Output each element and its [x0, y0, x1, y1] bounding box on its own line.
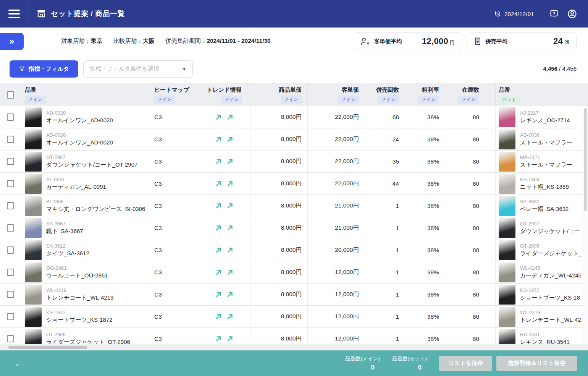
stock-count-cell: 80 [443, 195, 495, 217]
cross-sell-count-cell: 1 [363, 195, 403, 217]
row-checkbox[interactable] [7, 313, 14, 320]
trend-up-arrow-icon [215, 113, 222, 121]
filter-condition-dropdown[interactable]: 指標・フィルタ条件を選択 ▼ [83, 60, 193, 78]
product-thumbnail [25, 107, 42, 127]
trend-cell [198, 151, 250, 172]
vertical-scrollbar-thumb[interactable] [584, 108, 587, 211]
stock-count-cell: 80 [443, 328, 495, 344]
row-checkbox[interactable] [7, 291, 14, 298]
unit-price-cell: 8,000円 [250, 261, 307, 283]
column-header-margin: 粗利率メイン [403, 83, 443, 106]
product-name: オールインワン_AD-0020 [46, 139, 113, 146]
heatmap-cell: C3 [151, 195, 198, 217]
cross-sell-count-cell: 1 [363, 306, 403, 327]
horizontal-scrollbar-thumb[interactable] [8, 346, 87, 349]
customer-price-cell: 20,000円 [307, 239, 363, 261]
trend-up-arrow-icon [215, 291, 222, 298]
expand-panel-button[interactable]: » [0, 33, 24, 50]
product-code: OO-2861 [46, 265, 108, 271]
product-thumbnail [25, 218, 42, 238]
product-thumbnail [25, 285, 42, 305]
select-all-checkbox[interactable] [7, 91, 14, 99]
table-row: SA-3667靴下_SA-3667C38,000円21,000円138%80OT… [0, 217, 588, 239]
product-main-cell: AD-0020オールインワン_AD-0020 [21, 128, 151, 150]
gross-margin-cell: 38% [403, 306, 443, 327]
cross-sell-count-cell: 1 [363, 261, 403, 283]
trend-up-arrow-icon [215, 335, 222, 343]
cross-sell-count-cell: 1 [363, 328, 403, 344]
subheader-bar: » 対象店舗：東京 比較店舗：大阪 併売集計期間：2024/11/01 - 20… [0, 28, 588, 55]
product-code: OT-2907 [520, 221, 581, 227]
column-header-set: 品番セット [495, 83, 588, 106]
stock-count-cell: 80 [443, 173, 495, 194]
save-list-button[interactable]: リストを保存 [439, 356, 492, 371]
row-checkbox[interactable] [7, 180, 14, 187]
row-checkbox[interactable] [7, 136, 14, 143]
trend-cell [198, 128, 250, 150]
row-checkbox[interactable] [7, 224, 14, 232]
table-body: AD-0020オールインワン_AD-0020C38,000円22,000円683… [0, 106, 588, 344]
product-thumbnail [25, 263, 42, 282]
product-name: ショートブーツ_KS-1872 [520, 294, 581, 301]
product-name: ダウンジャケット/コート_OT-2907 [520, 228, 581, 235]
trend-up-arrow-icon [226, 158, 234, 165]
row-checkbox[interactable] [7, 113, 14, 121]
help-button[interactable]: ? [549, 9, 559, 18]
cross-sell-count-cell: 24 [363, 128, 403, 150]
table-row: OT-2906ライダーズジャケット_OT-2906C38,000円12,000円… [0, 328, 588, 344]
row-checkbox[interactable] [7, 335, 14, 342]
trend-cell [198, 284, 250, 305]
heatmap-cell: C3 [151, 173, 198, 194]
product-set-cell: KS-1869ニット帽_KS-1869 [495, 173, 588, 194]
cross-sell-count-cell: 1 [363, 217, 403, 239]
column-label: 品番 [499, 86, 588, 94]
table-row: AD-0020オールインワン_AD-0020C38,000円22,000円683… [0, 106, 588, 128]
filter-button[interactable]: 指標・フィルタ [10, 60, 78, 78]
cross-sell-count-cell: 68 [363, 106, 403, 128]
row-checkbox[interactable] [7, 202, 14, 209]
row-checkbox[interactable] [7, 158, 14, 165]
product-thumbnail [499, 329, 515, 345]
row-checkbox-cell [0, 106, 21, 128]
select-all-cell [0, 83, 21, 106]
column-label: 在庫数 [462, 86, 479, 94]
product-thumbnail [25, 174, 42, 194]
product-name: レギンス_OC-2714 [520, 117, 570, 124]
account-button[interactable] [567, 9, 577, 19]
product-set-cell: RU-3541レギンス_RU-3541 [495, 328, 588, 344]
main-count-value: 0 [371, 364, 375, 371]
product-name: ウールコート_OO-2861 [46, 272, 108, 279]
product-code: KS-1872 [520, 287, 581, 293]
metric-card-customer-price-avg: ¥ 客単価平均 12,000 円 [353, 32, 462, 50]
column-scope-badge: メイン [281, 96, 302, 103]
product-set-cell: SA-3632ベレー帽_SA-3632 [495, 195, 588, 217]
heatmap-cell: C3 [151, 151, 198, 172]
row-checkbox[interactable] [7, 269, 14, 276]
product-set-cell: OT-2906ライダーズジャケット_OT-2906 [495, 239, 588, 261]
product-name: ショートブーツ_KS-1872 [46, 316, 112, 324]
trend-cell [198, 261, 250, 283]
customer-price-cell: 22,000円 [307, 173, 363, 194]
column-scope-badge: メイン [25, 96, 46, 103]
trend-up-arrow-icon [226, 113, 234, 121]
history-clock-icon [494, 10, 501, 18]
customer-price-cell: 12,000円 [307, 261, 363, 283]
column-header-trend: トレンド情報メイン [198, 83, 250, 106]
vertical-scrollbar[interactable] [583, 106, 588, 344]
heatmap-cell: C3 [151, 128, 198, 150]
gross-margin-cell: 38% [403, 217, 443, 239]
metric-cards: ¥ 客単価平均 12,000 円 併売平均 24 回 [353, 32, 577, 50]
horizontal-scrollbar[interactable] [0, 344, 588, 350]
row-checkbox[interactable] [7, 246, 14, 254]
product-thumbnail [499, 285, 515, 305]
save-policy-and-list-button[interactable]: 施策登録＆リスト保存 [496, 356, 577, 371]
back-button[interactable]: ← [14, 358, 24, 369]
row-checkbox-cell [0, 239, 21, 261]
column-header-main: 品番メイン [21, 83, 151, 106]
table-row: AL-0091カーディガン_AL-0091C38,000円22,000円4438… [0, 173, 588, 195]
unit-price-cell: 8,000円 [250, 151, 307, 172]
product-name: ライダーズジャケット_OT-2906 [520, 250, 581, 257]
product-code: SA-3612 [46, 243, 89, 249]
row-count: 4,456 / 4,456 [543, 65, 577, 72]
hamburger-menu-button[interactable] [8, 8, 21, 19]
